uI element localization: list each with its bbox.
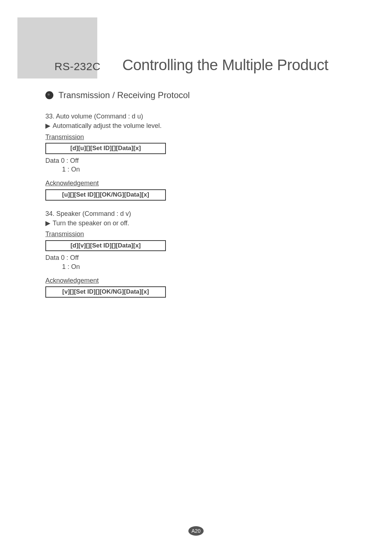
transmission-label: Transmission — [45, 230, 336, 238]
transmission-protocol-box: [d][u][][Set ID][][Data][x] — [45, 143, 166, 154]
page-number-container: A20 — [188, 526, 204, 536]
page-number: A20 — [188, 526, 204, 536]
header-label: RS-232C — [54, 60, 101, 73]
command-block-33: 33. Auto volume (Command : d u) ▶Automat… — [45, 112, 336, 201]
description-text: Turn the speaker on or off. — [53, 219, 129, 227]
arrow-icon: ▶ — [45, 121, 50, 130]
data-line: Data 0 : Off — [45, 156, 336, 165]
bullet-icon — [45, 91, 53, 99]
transmission-label: Transmission — [45, 133, 336, 141]
section-header: Transmission / Receiving Protocol — [45, 90, 190, 100]
command-block-34: 34. Speaker (Command : d v) ▶Turn the sp… — [45, 209, 336, 298]
transmission-protocol-box: [d][v][][Set ID][][Data][x] — [45, 240, 166, 251]
data-line: Data 0 : Off — [45, 253, 336, 262]
content-area: 33. Auto volume (Command : d u) ▶Automat… — [45, 112, 336, 306]
section-title: Transmission / Receiving Protocol — [58, 90, 190, 100]
description-text: Automatically adjust the volume level. — [53, 122, 162, 129]
acknowledgement-label: Acknowledgement — [45, 276, 336, 285]
command-title: 33. Auto volume (Command : d u) — [45, 112, 336, 121]
command-description: ▶Automatically adjust the volume level. — [45, 121, 336, 130]
data-line: 1 : On — [45, 262, 336, 271]
command-description: ▶Turn the speaker on or off. — [45, 219, 336, 227]
header-title: Controlling the Multiple Product — [122, 56, 328, 74]
command-title: 34. Speaker (Command : d v) — [45, 209, 336, 218]
acknowledgement-label: Acknowledgement — [45, 179, 336, 188]
arrow-icon: ▶ — [45, 219, 50, 227]
acknowledgement-protocol-box: [u][][Set ID][][OK/NG][Data][x] — [45, 189, 166, 201]
data-line: 1 : On — [45, 165, 336, 174]
acknowledgement-protocol-box: [v][][Set ID][][OK/NG][Data][x] — [45, 286, 166, 298]
page-header: RS-232C Controlling the Multiple Product — [54, 56, 370, 74]
